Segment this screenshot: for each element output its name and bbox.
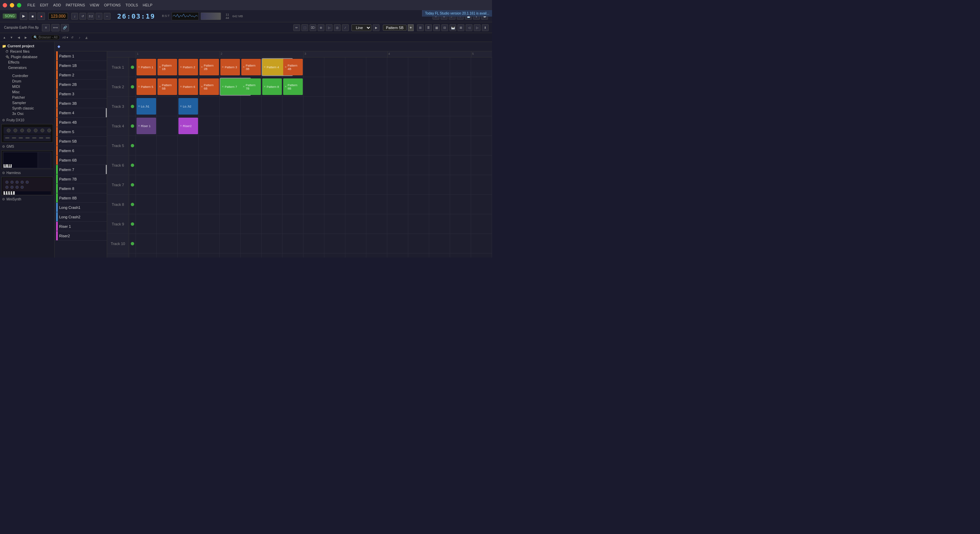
track-cell[interactable] [366, 253, 387, 258]
pattern-list-item[interactable]: Pattern 2 [55, 70, 107, 80]
track-active-dot-1[interactable] [131, 65, 134, 69]
track-active-dot-3[interactable] [131, 105, 134, 108]
bpm-display[interactable]: 123.000 [48, 13, 68, 20]
track-cell[interactable] [408, 155, 429, 175]
track-cell[interactable] [366, 194, 387, 214]
link-button[interactable]: 🔗 [61, 24, 69, 32]
track-cell[interactable] [387, 77, 408, 96]
arrow-right-icon2[interactable]: ▷ [474, 24, 480, 31]
nav-next-button[interactable]: ▶ [23, 35, 29, 41]
track-cell[interactable] [387, 234, 408, 253]
pattern-block[interactable]: ✕Pattern 3 [220, 59, 240, 75]
track-cell[interactable] [325, 234, 345, 253]
track-cell[interactable] [429, 253, 450, 258]
track-cell[interactable] [199, 116, 220, 135]
track-active-dot-8[interactable] [131, 203, 134, 206]
track-cell[interactable] [136, 253, 157, 258]
master-volume-knob[interactable] [201, 13, 221, 20]
track-cell[interactable] [240, 214, 262, 234]
track-area[interactable]: ◀ Pad #1Pad #2Pad #3Pad #4Pad #5Pad #6Pa… [107, 42, 492, 258]
track-cell[interactable] [240, 175, 262, 194]
download-icon[interactable]: ⬇ [482, 24, 488, 31]
track-cell[interactable] [157, 136, 178, 155]
pattern-block[interactable]: ✕Pattern 5 [137, 78, 156, 95]
track-cell[interactable] [471, 77, 492, 96]
track-cell[interactable] [429, 175, 450, 194]
pattern-add-button[interactable]: + [408, 24, 414, 31]
menu-tools[interactable]: TOOLS [126, 3, 138, 7]
track-cell[interactable] [429, 116, 450, 135]
track-cell[interactable] [157, 194, 178, 214]
menu-help[interactable]: HELP [143, 3, 153, 7]
track-cell[interactable] [387, 253, 408, 258]
track-cell[interactable] [408, 194, 429, 214]
sidebar-item-sampler[interactable]: Sampler [1, 100, 54, 105]
record-button[interactable]: ● [38, 13, 45, 20]
track-cell[interactable] [136, 175, 157, 194]
song-mode-button[interactable]: SONG [3, 14, 17, 19]
pattern-block[interactable]: ✕Pattern 4B [283, 59, 303, 75]
track-cell[interactable] [471, 97, 492, 116]
track-cell[interactable] [262, 194, 283, 214]
line-mode-select[interactable]: Line [352, 24, 371, 31]
track-cell[interactable] [262, 253, 283, 258]
close-button[interactable] [3, 3, 7, 8]
pattern-block[interactable]: ✕Lo..h2 [178, 98, 198, 115]
pattern-list-item[interactable]: Pattern 2B [55, 80, 107, 89]
pattern-list-item[interactable]: Riser2 [55, 231, 107, 241]
track-cell[interactable] [157, 175, 178, 194]
pattern-block[interactable]: ✕Pattern 8 [262, 78, 282, 95]
menu-options[interactable]: OPTIONS [104, 3, 121, 7]
track-cell[interactable] [408, 234, 429, 253]
track-active-dot-4[interactable] [131, 124, 134, 128]
maximize-button[interactable] [17, 3, 21, 8]
track-cell[interactable] [408, 116, 429, 135]
track-cell[interactable] [199, 234, 220, 253]
track-cell[interactable] [178, 234, 199, 253]
pattern-list-item[interactable]: Pattern 7 [55, 165, 107, 174]
sidebar-item-controller[interactable]: Controller [1, 73, 54, 78]
knob-tool[interactable]: ◎ [334, 24, 340, 31]
track-cell[interactable] [387, 214, 408, 234]
track-cell[interactable] [366, 77, 387, 96]
track-cell[interactable] [220, 253, 240, 258]
track-cell[interactable] [304, 214, 325, 234]
track-cell[interactable] [262, 214, 283, 234]
mixer-rack-icon[interactable]: ▦ [433, 24, 440, 31]
track-cell[interactable] [325, 214, 345, 234]
track-cell[interactable] [325, 97, 345, 116]
track-cell[interactable] [240, 234, 262, 253]
pattern-list-item[interactable]: Pattern 3B [55, 99, 107, 108]
track-cell[interactable] [345, 214, 366, 234]
pattern-block[interactable]: ✕Pattern 1B [158, 59, 177, 75]
step-button[interactable]: ↔ [104, 13, 110, 20]
track-cell[interactable] [345, 97, 366, 116]
track-cell[interactable] [471, 116, 492, 135]
track-cell[interactable] [408, 97, 429, 116]
track-cell[interactable] [471, 214, 492, 234]
track-cell[interactable] [136, 194, 157, 214]
sidebar-item-patcher[interactable]: Patcher [1, 95, 54, 100]
piano-roll-icon[interactable]: 🎹 [449, 24, 456, 31]
track-active-dot-9[interactable] [131, 222, 134, 226]
track-cell[interactable] [345, 155, 366, 175]
track-cell[interactable] [199, 97, 220, 116]
track-cell[interactable] [157, 253, 178, 258]
sidebar-item-plugin-database[interactable]: 🔌 Plugin database [1, 54, 54, 59]
track-cell[interactable] [450, 57, 471, 77]
track-cell[interactable] [366, 155, 387, 175]
track-cell[interactable] [325, 253, 345, 258]
pattern-list-item[interactable]: Riser 1 [55, 222, 107, 231]
sidebar-item-3x-osc[interactable]: 3x Osc [1, 111, 54, 116]
track-cell[interactable] [325, 77, 345, 96]
track-cell[interactable] [450, 214, 471, 234]
track-cell[interactable] [408, 77, 429, 96]
sidebar-item-effects[interactable]: Effects [1, 59, 54, 65]
track-cell[interactable] [220, 175, 240, 194]
track-active-dot-2[interactable] [131, 85, 134, 89]
track-cell[interactable] [178, 253, 199, 258]
track-cell[interactable] [199, 253, 220, 258]
track-cell[interactable] [471, 155, 492, 175]
zoom-tool[interactable]: ⊕ [318, 24, 325, 31]
pattern-block[interactable]: ✕Lo..h1 [137, 98, 156, 115]
